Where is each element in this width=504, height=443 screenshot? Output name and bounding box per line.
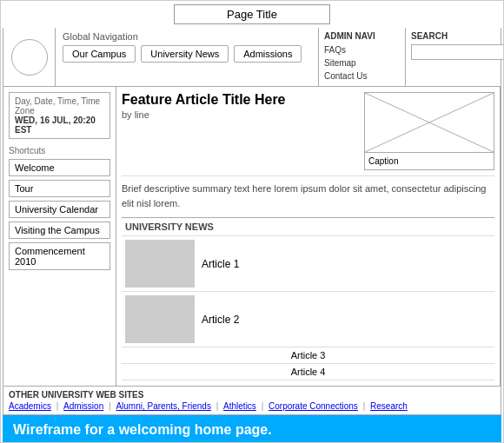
shortcut-tour[interactable]: Tour bbox=[9, 180, 110, 197]
news-item-3: Article 3 bbox=[122, 347, 494, 364]
date-line1: Day, Date, Time, Time Zone bbox=[15, 96, 104, 116]
main-area: Day, Date, Time, Time Zone WED, 16 JUL, … bbox=[3, 87, 501, 387]
page-title: Page Title bbox=[174, 4, 330, 24]
university-news-button[interactable]: University News bbox=[141, 45, 229, 63]
sidebar: Day, Date, Time, Time Zone WED, 16 JUL, … bbox=[3, 87, 116, 386]
feature-summary: Brief descriptive summary text here lore… bbox=[122, 175, 494, 210]
other-sites-title: OTHER UNIVERSITY WEB SITES bbox=[9, 390, 495, 400]
link-research[interactable]: Research bbox=[370, 401, 408, 411]
search-area: SEARCH ⊙ bbox=[405, 28, 501, 86]
caption-bar: Caption bbox=[365, 152, 494, 169]
feature-area: Feature Article Title Here by line Capti… bbox=[116, 87, 501, 386]
search-label: SEARCH bbox=[411, 31, 495, 41]
link-academics[interactable]: Academics bbox=[9, 401, 51, 411]
link-corporate[interactable]: Corporate Connections bbox=[269, 401, 358, 411]
news-section: UNIVERSITY NEWS Article 1 Article 2 Arti… bbox=[122, 217, 494, 380]
feature-text: Feature Article Title Here by line bbox=[122, 92, 357, 170]
link-alumni[interactable]: Alumni, Parents, Friends bbox=[116, 401, 211, 411]
news-item-2: Article 2 bbox=[122, 292, 494, 347]
faqs-link[interactable]: FAQs bbox=[324, 43, 400, 56]
global-nav: Global Navigation Our Campus University … bbox=[3, 28, 501, 87]
feature-top: Feature Article Title Here by line Capti… bbox=[122, 92, 494, 170]
feature-image: Caption bbox=[364, 92, 494, 170]
nav-buttons: Our Campus University News Admissions bbox=[63, 45, 311, 63]
shortcuts-label: Shortcuts bbox=[9, 146, 110, 155]
feature-byline: by line bbox=[122, 109, 357, 120]
feature-image-box: Caption bbox=[364, 92, 494, 170]
search-input[interactable] bbox=[411, 44, 504, 60]
feature-title: Feature Article Title Here bbox=[122, 92, 357, 108]
sitemap-link[interactable]: Sitemap bbox=[324, 56, 400, 69]
link-admission[interactable]: Admission bbox=[63, 401, 103, 411]
nav-main: Global Navigation Our Campus University … bbox=[56, 28, 318, 86]
contact-us-link[interactable]: Contact Us bbox=[324, 69, 400, 83]
bottom-bar-text: Wireframe for a welcoming home page. bbox=[13, 422, 272, 437]
other-sites: OTHER UNIVERSITY WEB SITES Academics | A… bbox=[3, 387, 501, 415]
shortcut-commencement[interactable]: Commencement 2010 bbox=[9, 242, 110, 270]
news-thumb-1 bbox=[125, 240, 195, 288]
date-box: Day, Date, Time, Time Zone WED, 16 JUL, … bbox=[9, 92, 110, 139]
bottom-bar: Wireframe for a welcoming home page. bbox=[3, 415, 501, 443]
admin-nav-title: ADMIN NAVI bbox=[324, 31, 400, 41]
news-article-4-label: Article 4 bbox=[291, 367, 326, 377]
our-campus-button[interactable]: Our Campus bbox=[63, 45, 136, 63]
news-article-1-label: Article 1 bbox=[202, 258, 239, 270]
admin-nav: ADMIN NAVI FAQs Sitemap Contact Us bbox=[318, 28, 405, 86]
search-row: ⊙ bbox=[411, 43, 495, 61]
shortcut-university-calendar[interactable]: University Calendar bbox=[9, 201, 110, 218]
shortcut-welcome[interactable]: Welcome bbox=[9, 159, 110, 176]
admissions-button[interactable]: Admissions bbox=[234, 45, 302, 63]
news-item-1: Article 1 bbox=[122, 236, 494, 292]
date-line2: WED, 16 JUL, 20:20 EST bbox=[15, 116, 104, 135]
news-thumb-2 bbox=[125, 295, 195, 343]
news-item-4: Article 4 bbox=[122, 364, 494, 380]
news-article-3-label: Article 3 bbox=[291, 350, 326, 360]
caption-text: Caption bbox=[368, 156, 398, 166]
global-nav-label: Global Navigation bbox=[63, 31, 311, 42]
logo-area bbox=[3, 28, 56, 86]
shortcut-visiting-campus[interactable]: Visiting the Campus bbox=[9, 222, 110, 239]
logo-circle bbox=[11, 39, 48, 76]
news-header: UNIVERSITY NEWS bbox=[122, 218, 494, 236]
link-athletics[interactable]: Athletics bbox=[223, 401, 256, 411]
other-sites-links: Academics | Admission | Alumni, Parents,… bbox=[9, 401, 495, 411]
news-article-2-label: Article 2 bbox=[202, 314, 239, 326]
page-title-bar: Page Title bbox=[1, 1, 503, 28]
image-x-lines bbox=[365, 93, 494, 152]
